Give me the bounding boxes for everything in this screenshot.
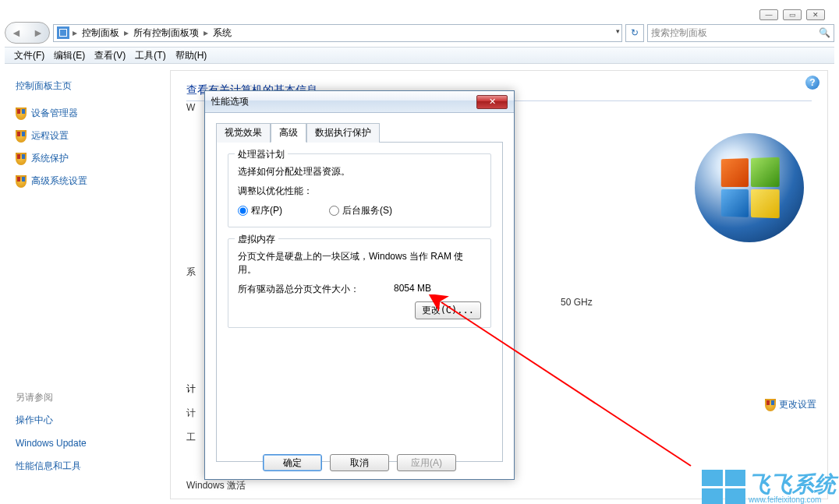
windows-logo [695, 133, 804, 242]
dialog-close-button[interactable]: ✕ [476, 95, 508, 109]
menu-bar: 文件(F) 编辑(E) 查看(V) 工具(T) 帮助(H) [5, 47, 834, 64]
radio-background[interactable]: 后台服务(S) [329, 204, 392, 217]
shield-icon [16, 175, 27, 188]
see-also: 另请参阅 操作中心 Windows Update 性能信息和工具 [16, 391, 87, 484]
crumb-2[interactable]: 系统 [208, 26, 236, 40]
windows-activation: Windows 激活 [186, 479, 246, 492]
vm-desc: 分页文件是硬盘上的一块区域，Windows 当作 RAM 使用。 [238, 250, 481, 277]
address-bar: ◄► ▸ 控制面板 ▸ 所有控制面板项 ▸ 系统 ▾ ↻ 搜索控制面板 🔍 [5, 22, 834, 44]
shield-icon [16, 107, 27, 120]
search-input[interactable]: 搜索控制面板 🔍 [647, 24, 834, 42]
processor-desc: 选择如何分配处理器资源。 [238, 165, 481, 178]
change-settings-link[interactable]: 更改设置 [765, 398, 816, 411]
link-windows-update[interactable]: Windows Update [16, 438, 87, 449]
breadcrumb[interactable]: ▸ 控制面板 ▸ 所有控制面板项 ▸ 系统 ▾ [53, 24, 622, 42]
group-legend: 虚拟内存 [235, 233, 278, 246]
apply-button[interactable]: 应用(A) [397, 454, 456, 471]
sidebar-item-device-manager[interactable]: 设备管理器 [16, 107, 150, 120]
tab-content: 处理器计划 选择如何分配处理器资源。 调整以优化性能： 程序(P) 后台服务(S… [216, 143, 503, 462]
partial-text: 工 [186, 431, 196, 444]
window-controls: — ▭ ✕ [759, 9, 825, 20]
nav-back-forward[interactable]: ◄► [5, 22, 50, 44]
tab-visual-effects[interactable]: 视觉效果 [216, 123, 271, 143]
brand-logo-icon [702, 470, 745, 504]
menu-edit[interactable]: 编辑(E) [54, 49, 85, 62]
cpu-ghz: 50 GHz [561, 297, 593, 308]
refresh-button[interactable]: ↻ [625, 24, 644, 42]
radio-programs[interactable]: 程序(P) [238, 204, 282, 217]
virtual-memory-group: 虚拟内存 分页文件是硬盘上的一块区域，Windows 当作 RAM 使用。 所有… [228, 238, 491, 328]
link-action-center[interactable]: 操作中心 [16, 414, 87, 427]
brand-name: 飞飞系统 [749, 474, 836, 495]
brand-url: www.feifeixitong.com [749, 495, 836, 504]
watermark: 飞飞系统 www.feifeixitong.com [702, 470, 836, 504]
radio-background-input[interactable] [329, 206, 339, 216]
dialog-tabs: 视觉效果 高级 数据执行保护 [216, 122, 503, 143]
path-dropdown-icon[interactable]: ▾ [616, 27, 620, 35]
shield-icon [16, 153, 27, 165]
dialog-footer: 确定 取消 应用(A) [205, 454, 514, 471]
partial-text: 计 [186, 382, 196, 396]
help-icon[interactable]: ? [805, 76, 820, 90]
sidebar-item-remote[interactable]: 远程设置 [16, 129, 150, 143]
processor-scheduling-group: 处理器计划 选择如何分配处理器资源。 调整以优化性能： 程序(P) 后台服务(S… [228, 153, 491, 227]
maximize-button[interactable]: ▭ [783, 9, 802, 20]
sidebar-item-advanced[interactable]: 高级系统设置 [16, 174, 150, 188]
partial-text: 计 [186, 407, 196, 420]
control-panel-home[interactable]: 控制面板主页 [16, 79, 150, 93]
tab-advanced[interactable]: 高级 [271, 123, 306, 143]
crumb-0[interactable]: 控制面板 [77, 26, 124, 40]
partial-text: 系 [186, 266, 196, 279]
minimize-button[interactable]: — [759, 9, 778, 20]
shield-icon [765, 399, 776, 411]
menu-file[interactable]: 文件(F) [14, 49, 44, 62]
see-also-header: 另请参阅 [16, 391, 87, 404]
dialog-titlebar[interactable]: 性能选项 ✕ [205, 91, 514, 113]
partial-text: W [186, 102, 195, 113]
change-vm-button[interactable]: 更改(C)... [415, 301, 481, 319]
tab-dep[interactable]: 数据执行保护 [306, 123, 380, 143]
close-button[interactable]: ✕ [806, 9, 825, 20]
dialog-title: 性能选项 [211, 95, 249, 108]
search-placeholder: 搜索控制面板 [651, 26, 707, 40]
radio-programs-input[interactable] [238, 206, 248, 216]
optimize-label: 调整以优化性能： [238, 185, 481, 198]
group-legend: 处理器计划 [235, 148, 288, 161]
performance-options-dialog: 性能选项 ✕ 视觉效果 高级 数据执行保护 处理器计划 选择如何分配处理器资源。… [204, 90, 515, 480]
crumb-1[interactable]: 所有控制面板项 [129, 26, 204, 40]
sidebar-item-protection[interactable]: 系统保护 [16, 152, 150, 165]
shield-icon [16, 130, 27, 143]
ok-button[interactable]: 确定 [263, 454, 322, 471]
menu-view[interactable]: 查看(V) [94, 49, 126, 62]
sidebar: 控制面板主页 设备管理器 远程设置 系统保护 高级系统设置 另请参阅 操作中心 … [5, 65, 161, 499]
total-paging-label: 所有驱动器总分页文件大小： [238, 283, 394, 296]
menu-help[interactable]: 帮助(H) [175, 49, 207, 62]
link-performance[interactable]: 性能信息和工具 [16, 460, 87, 473]
control-panel-icon [57, 26, 69, 39]
total-paging-value: 8054 MB [394, 283, 431, 296]
search-icon: 🔍 [819, 27, 830, 38]
cancel-button[interactable]: 取消 [330, 454, 389, 471]
menu-tools[interactable]: 工具(T) [135, 49, 165, 62]
